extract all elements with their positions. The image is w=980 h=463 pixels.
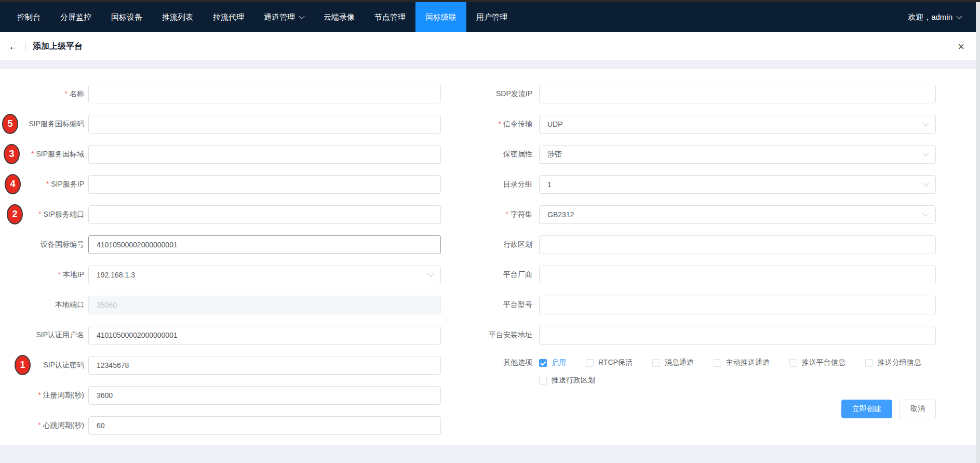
nav-tab-node-mgmt[interactable]: 节点管理 — [365, 2, 415, 32]
register-period-input[interactable] — [88, 386, 441, 405]
form-row-register-period: 注册周期(秒) — [0, 386, 441, 405]
form-actions: 立即创建 取消 — [447, 400, 936, 418]
local-ip-select[interactable] — [88, 266, 441, 284]
field-label: 本地端口 — [0, 300, 88, 310]
form-row-platform-vendor: 平台厂商 — [447, 266, 936, 284]
charset-select[interactable] — [539, 205, 936, 224]
nav-tab-label: 控制台 — [17, 12, 41, 22]
nav-tab-channel-mgmt[interactable]: 通道管理 — [254, 2, 314, 32]
signaling-transport-select[interactable] — [539, 115, 936, 134]
form-column-left: 名称 5 SIP服务国标编码 3 SIP服务国标域 4 SIP服务IP 2 SI… — [0, 85, 441, 446]
nav-tab-console[interactable]: 控制台 — [7, 2, 50, 32]
checkbox-icon — [714, 359, 721, 367]
checkbox-push-platform-info[interactable]: 推送平台信息 — [789, 358, 845, 367]
checkbox-active-push-channel[interactable]: 主动推送通道 — [714, 358, 770, 367]
nav-tab-gb-cascade[interactable]: 国标级联 — [415, 2, 466, 32]
field-label: 字符集 — [447, 210, 539, 219]
checkbox-enable[interactable]: 启用 — [539, 358, 566, 367]
nav-tab-pull-proxy[interactable]: 拉流代理 — [203, 2, 254, 32]
nav-tab-label: 节点管理 — [374, 12, 406, 22]
field-label: 注册周期(秒) — [0, 391, 88, 400]
create-button[interactable]: 立即创建 — [841, 400, 892, 418]
sip-auth-password-input[interactable] — [88, 356, 441, 375]
checkbox-label: 启用 — [552, 358, 566, 367]
form-row-admin-division: 行政区划 — [447, 235, 936, 254]
annotation-badge-1: 1 — [15, 355, 31, 375]
checkbox-push-admin-division[interactable]: 推送行政区划 — [539, 376, 595, 385]
platform-model-input[interactable] — [539, 296, 936, 314]
sdp-send-ip-input[interactable] — [539, 85, 936, 103]
checkbox-message-channel[interactable]: 消息通道 — [652, 358, 694, 367]
checkbox-icon — [865, 359, 873, 367]
sip-server-port-input[interactable] — [88, 205, 441, 224]
chevron-down-icon — [956, 13, 962, 19]
checkbox-label: 主动推送通道 — [726, 358, 770, 367]
form-row-name: 名称 — [0, 85, 441, 103]
form-card: 名称 5 SIP服务国标编码 3 SIP服务国标域 4 SIP服务IP 2 SI… — [0, 69, 976, 445]
page-title: 添加上级平台 — [33, 41, 83, 52]
field-label: 平台型号 — [447, 300, 539, 310]
form-row-charset: 字符集 — [447, 205, 936, 224]
form-row-sip-auth-user: SIP认证用户名 — [0, 326, 441, 345]
form-row-sip-auth-password: 1 SIP认证密码 — [0, 356, 441, 375]
form-header: ← 添加上级平台 × — [0, 32, 976, 60]
checkbox-push-group-info[interactable]: 推送分组信息 — [865, 358, 921, 367]
form-row-sdp-ip: SDP发流IP — [447, 85, 936, 103]
heartbeat-period-input[interactable] — [88, 416, 441, 435]
form-row-sip-gb-code: 5 SIP服务国标编码 — [0, 115, 441, 134]
checkbox-icon — [539, 377, 547, 385]
form-row-signaling-transport: 信令传输 — [447, 115, 936, 134]
field-label: 本地IP — [0, 270, 88, 280]
secrecy-attribute-select[interactable] — [539, 145, 936, 164]
user-menu[interactable]: 欢迎，admin — [908, 2, 976, 32]
form-row-secrecy: 保密属性 — [447, 145, 936, 164]
chevron-down-icon — [299, 13, 304, 19]
nav-tab-label: 分屏监控 — [60, 12, 91, 22]
checkbox-checked-icon — [539, 359, 547, 367]
nav-tab-push-list[interactable]: 推流列表 — [152, 2, 203, 32]
field-label: 平台安装地址 — [447, 330, 539, 340]
nav-tab-split-screen[interactable]: 分屏监控 — [50, 2, 101, 32]
field-label: 平台厂商 — [447, 270, 539, 280]
platform-address-input[interactable] — [539, 326, 936, 345]
field-label: 行政区划 — [447, 240, 539, 249]
field-label: 目录分组 — [447, 180, 539, 189]
form-row-device-gb-code: 设备国标编号 — [0, 235, 441, 254]
name-input[interactable] — [88, 85, 441, 103]
form-row-platform-model: 平台型号 — [447, 296, 936, 314]
field-label: SDP发流IP — [447, 89, 539, 99]
back-icon[interactable]: ← — [8, 41, 19, 51]
nav-tab-label: 推流列表 — [162, 12, 193, 22]
welcome-text: 欢迎，admin — [908, 12, 952, 22]
checkbox-label: 推送行政区划 — [552, 376, 595, 385]
vertical-scrollbar[interactable] — [976, 2, 980, 463]
nav-tab-cloud-record[interactable]: 云端录像 — [314, 2, 365, 32]
nav-tab-gb-devices[interactable]: 国标设备 — [101, 2, 152, 32]
field-label: 其他选项 — [447, 358, 539, 367]
checkbox-icon — [789, 359, 797, 367]
nav-tab-label: 云端录像 — [324, 12, 355, 22]
sip-server-ip-input[interactable] — [88, 175, 441, 194]
nav-tab-label: 拉流代理 — [213, 12, 244, 22]
sip-server-gb-code-input[interactable] — [88, 115, 441, 134]
field-label: 设备国标编号 — [0, 240, 88, 249]
field-label: 名称 — [0, 89, 88, 99]
close-icon[interactable]: × — [958, 41, 964, 52]
sip-auth-username-input[interactable] — [88, 326, 441, 345]
platform-vendor-input[interactable] — [539, 266, 936, 284]
device-gb-code-input[interactable] — [88, 235, 441, 254]
checkbox-rtcp-keepalive[interactable]: RTCP保活 — [586, 358, 633, 367]
nav-tab-label: 国标级联 — [425, 12, 457, 22]
nav-tab-user-mgmt[interactable]: 用户管理 — [466, 2, 517, 32]
annotation-badge-3: 3 — [4, 144, 20, 164]
cancel-button[interactable]: 取消 — [900, 400, 936, 418]
field-label: SIP认证用户名 — [0, 330, 88, 340]
form-column-right: SDP发流IP 信令传输 保密属性 目录分组 字符集 — [447, 85, 936, 418]
annotation-badge-2: 2 — [7, 204, 23, 224]
admin-division-input[interactable] — [539, 235, 936, 254]
form-row-heartbeat-period: 心跳周期(秒) — [0, 416, 441, 435]
form-row-catalog-group: 目录分组 — [447, 175, 936, 194]
field-label: 心跳周期(秒) — [0, 421, 88, 430]
sip-server-gb-domain-input[interactable] — [88, 145, 441, 164]
catalog-group-select[interactable] — [539, 175, 936, 194]
